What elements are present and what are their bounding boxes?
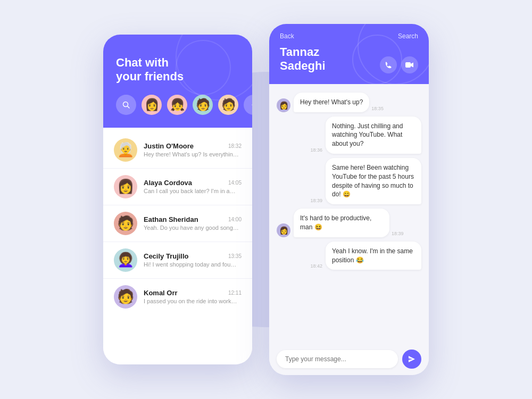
chat-conversation-phone: Back Search Tannaz Sadeghi	[269, 24, 429, 375]
chat-preview: Yeah. Do you have any good song…	[144, 225, 242, 231]
chat-info-komal: Komal Orr 12:11 I passed you on the ride…	[144, 289, 242, 304]
message-time: 18:42	[310, 263, 322, 269]
chat-preview: I passed you on the ride into work…	[144, 298, 242, 304]
chat-name: Alaya Cordova	[144, 179, 192, 187]
message-text: Hey there! What's up?	[300, 98, 363, 106]
story-row: 👩 👧 🧑 🧑 +	[116, 95, 239, 115]
message-text: Nothing. Just chilling and watching YouT…	[332, 122, 403, 148]
phone1-header: Chat with your friends 👩 👧 🧑 🧑 +	[103, 35, 252, 128]
title-line2: your friends	[116, 70, 184, 83]
msg-avatar: 👩	[277, 98, 290, 112]
chat-info-cecily: Cecily Trujillo 13:35 Hi! I went shoppin…	[144, 252, 242, 268]
header-contact-row: Tannaz Sadeghi	[280, 45, 418, 73]
send-button[interactable]	[402, 350, 421, 369]
chat-info-eathan: Eathan Sheridan 14:00 Yeah. Do you have …	[144, 215, 242, 231]
chat-item[interactable]: 🧑 Komal Orr 12:11 I passed you on the ri…	[103, 279, 252, 315]
header-nav: Back Search	[280, 32, 418, 40]
chat-time: 14:00	[228, 217, 242, 222]
message-bubble: Same here! Been watching YouTube for the…	[326, 158, 421, 204]
message-row: 👩 It's hard to be productive, man 😆 18:3…	[277, 209, 421, 237]
phone1-title: Chat with your friends	[116, 56, 239, 84]
chat-input-area	[269, 343, 429, 375]
story-avatar-3[interactable]: 🧑	[193, 95, 213, 115]
chat-time: 18:32	[228, 143, 242, 149]
chat-name: Komal Orr	[144, 289, 178, 297]
chat-time: 13:35	[228, 253, 242, 259]
back-button[interactable]: Back	[280, 32, 294, 40]
messages-area: 👩 Hey there! What's up? 18:35 18:36 Noth…	[269, 84, 429, 343]
message-time: 18:35	[371, 106, 384, 111]
chat-name-row: Alaya Cordova 14:05	[144, 179, 242, 187]
title-line1: Chat with	[116, 56, 169, 69]
chat-name-row: Eathan Sheridan 14:00	[144, 215, 242, 223]
chat-name-row: Cecily Trujillo 13:35	[144, 252, 242, 260]
message-time: 18:39	[310, 198, 322, 203]
chat-item[interactable]: 👩 Alaya Cordova 14:05 Can I call you bac…	[103, 169, 252, 205]
msg-meta: Hey there! What's up? 18:35	[294, 93, 384, 112]
chat-preview: Hi! I went shopping today and fou…	[144, 261, 242, 268]
contact-actions	[380, 56, 418, 73]
contact-name-line2: Sadeghi	[280, 59, 326, 72]
chat-avatar-alaya: 👩	[114, 175, 137, 198]
message-row: 18:36 Nothing. Just chilling and watchin…	[277, 117, 421, 154]
message-text: Yeah I know. I'm in the same position 😂	[332, 247, 413, 264]
message-bubble: Nothing. Just chilling and watching YouT…	[326, 117, 421, 154]
chat-name-row: Komal Orr 12:11	[144, 289, 242, 297]
chat-time: 12:11	[228, 290, 242, 296]
chat-avatar-cecily: 👩‍🦱	[114, 248, 137, 272]
message-bubble: It's hard to be productive, man 😆	[294, 209, 389, 237]
message-bubble: Yeah I know. I'm in the same position 😂	[326, 242, 421, 270]
phone2-header: Back Search Tannaz Sadeghi	[269, 24, 429, 84]
message-row: 18:42 Yeah I know. I'm in the same posit…	[277, 242, 421, 270]
story-avatar-4[interactable]: 🧑	[218, 95, 238, 115]
video-call-button[interactable]	[401, 56, 418, 73]
story-avatar-1[interactable]: 👩	[142, 95, 162, 115]
msg-meta: It's hard to be productive, man 😆 18:39	[294, 209, 404, 237]
phones-container: Chat with your friends 👩 👧 🧑 🧑 + �	[103, 24, 429, 375]
chat-item[interactable]: 👩‍🦱 Cecily Trujillo 13:35 Hi! I went sho…	[103, 242, 252, 279]
phone-call-button[interactable]	[380, 56, 397, 73]
chat-preview: Hey there! What's up? Is everything…	[144, 151, 242, 157]
chat-info-alaya: Alaya Cordova 14:05 Can I call you back …	[144, 179, 242, 194]
svg-line-1	[128, 106, 130, 108]
chat-info-justin: Justin O'Moore 18:32 Hey there! What's u…	[144, 142, 242, 157]
contact-name-line1: Tannaz	[280, 45, 319, 59]
chat-name-row: Justin O'Moore 18:32	[144, 142, 242, 150]
chat-avatar-eathan: 🧑	[114, 212, 137, 235]
chat-list-phone: Chat with your friends 👩 👧 🧑 🧑 + �	[103, 35, 252, 364]
svg-rect-2	[405, 62, 411, 68]
contact-name: Tannaz Sadeghi	[280, 45, 326, 73]
message-row: 👩 Hey there! What's up? 18:35	[277, 93, 421, 112]
message-row: 18:39 Same here! Been watching YouTube f…	[277, 158, 421, 204]
story-avatar-2[interactable]: 👧	[167, 95, 187, 115]
chat-name: Cecily Trujillo	[144, 252, 189, 260]
chat-avatar-komal: 🧑	[114, 285, 137, 309]
message-text: It's hard to be productive, man 😆	[300, 214, 371, 231]
msg-avatar: 👩	[277, 223, 290, 237]
search-story-button[interactable]	[116, 95, 136, 115]
story-avatar-more[interactable]: +	[244, 95, 252, 115]
search-button[interactable]: Search	[398, 32, 418, 40]
chat-name: Eathan Sheridan	[144, 215, 198, 223]
chat-item[interactable]: 🧑 Eathan Sheridan 14:00 Yeah. Do you hav…	[103, 205, 252, 242]
chat-name: Justin O'Moore	[144, 142, 194, 150]
message-time: 18:36	[310, 147, 322, 153]
chat-list: 🧑‍🦳 Justin O'Moore 18:32 Hey there! What…	[103, 128, 252, 364]
message-time: 18:39	[392, 231, 404, 236]
chat-preview: Can I call you back later? I'm in a…	[144, 188, 242, 194]
chat-item[interactable]: 🧑‍🦳 Justin O'Moore 18:32 Hey there! What…	[103, 132, 252, 169]
message-input[interactable]	[277, 350, 398, 368]
chat-avatar-justin: 🧑‍🦳	[114, 138, 137, 162]
message-text: Same here! Been watching YouTube for the…	[332, 164, 414, 198]
message-bubble: Hey there! What's up?	[294, 93, 369, 112]
chat-time: 14:05	[228, 180, 242, 186]
